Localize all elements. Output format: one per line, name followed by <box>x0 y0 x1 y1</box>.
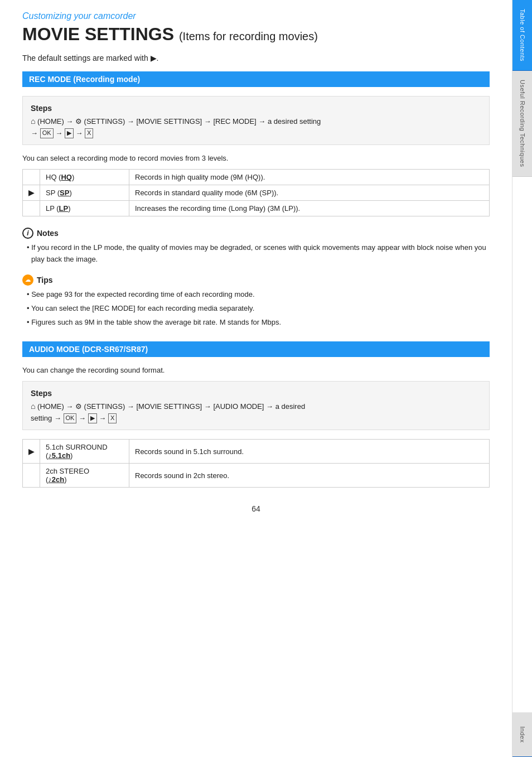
row-marker-1: ▶ <box>23 185 40 201</box>
tips-item-1: You can select the [REC MODE] for each r… <box>27 303 490 315</box>
ok-kbd-2: OK <box>64 413 77 423</box>
tips-label: Tips <box>37 276 53 285</box>
x-kbd-2: X <box>108 413 117 423</box>
rec-mode-steps-text: ⌂ (HOME) → ⚙ (SETTINGS) → [MOVIE SETTING… <box>31 115 481 139</box>
row-desc-0: Records in high quality mode (9M (HQ)). <box>129 170 490 185</box>
table-row: 2ch STEREO(♪2ch) Records sound in 2ch st… <box>23 464 490 488</box>
tab-useful-recording[interactable]: Useful Recording Techniques <box>512 71 532 176</box>
surround-bold: ♪5.1ch <box>48 451 70 460</box>
steps-label-2: Steps <box>31 387 481 399</box>
row-desc-2: Increases the recording time (Long Play)… <box>129 201 490 216</box>
tab-toc-label: Table of Contents <box>519 9 526 61</box>
table-row: ▶ SP (SP) Records in standard quality mo… <box>23 185 490 201</box>
rec-mode-header: REC MODE (Recording mode) <box>22 71 490 87</box>
tab-index-label: Index <box>519 726 526 742</box>
audio-row-name-1: 2ch STEREO(♪2ch) <box>40 464 129 488</box>
italic-title: Customizing your camcorder <box>22 11 490 21</box>
table-row: HQ (HQ) Records in high quality mode (9M… <box>23 170 490 185</box>
row-marker-2 <box>23 201 40 216</box>
tab-table-of-contents[interactable]: Table of Contents <box>512 0 532 71</box>
steps-label-1: Steps <box>31 102 481 114</box>
audio-mode-steps-text: ⌂ (HOME) → ⚙ (SETTINGS) → [MOVIE SETTING… <box>31 400 481 425</box>
ok-kbd-1: OK <box>40 128 54 138</box>
audio-row-desc-0: Records sound in 5.1ch surround. <box>129 440 490 464</box>
settings-icon-2: ⚙ <box>75 401 82 413</box>
tips-item-0: See page 93 for the expected recording t… <box>27 289 490 301</box>
audio-mode-intro: You can change the recording sound forma… <box>22 366 490 374</box>
audio-row-marker-0: ▶ <box>23 440 40 464</box>
row-name-1: SP (SP) <box>40 185 129 201</box>
rec-mode-intro: You can select a recording mode to recor… <box>22 154 490 162</box>
notes-label: Notes <box>37 229 59 238</box>
table-row: ▶ 5.1ch SURROUND(♪5.1ch) Records sound i… <box>23 440 490 464</box>
tab-recording-label: Useful Recording Techniques <box>519 80 526 167</box>
notes-item-0: If you record in the LP mode, the qualit… <box>27 242 490 266</box>
audio-mode-steps-box: Steps ⌂ (HOME) → ⚙ (SETTINGS) → [MOVIE S… <box>22 381 490 430</box>
audio-row-name-0: 5.1ch SURROUND(♪5.1ch) <box>40 440 129 464</box>
notes-icon: i <box>22 228 33 239</box>
audio-row-marker-1 <box>23 464 40 488</box>
main-title: MOVIE SETTINGS (Items for recording movi… <box>22 23 490 45</box>
notes-list: If you record in the LP mode, the qualit… <box>22 242 490 266</box>
hq-bold: HQ <box>61 173 72 181</box>
row-desc-1: Records in standard quality mode (6M (SP… <box>129 185 490 201</box>
row-marker-0 <box>23 170 40 185</box>
audio-mode-table: ▶ 5.1ch SURROUND(♪5.1ch) Records sound i… <box>22 439 490 488</box>
main-subtitle: (Items for recording movies) <box>179 30 318 42</box>
main-content: Customizing your camcorder MOVIE SETTING… <box>0 0 512 757</box>
audio-mode-header: AUDIO MODE (DCR-SR67/SR87) <box>22 341 490 357</box>
tab-index[interactable]: Index <box>512 712 532 757</box>
rec-mode-table: HQ (HQ) Records in high quality mode (9M… <box>22 169 490 216</box>
prev-kbd-1: ▶ <box>65 128 74 138</box>
x-kbd-1: X <box>85 128 93 138</box>
default-note: The default settings are marked with ▶. <box>22 54 490 62</box>
audio-row-desc-1: Records sound in 2ch stereo. <box>129 464 490 488</box>
notes-section: i Notes If you record in the LP mode, th… <box>22 228 490 266</box>
prev-kbd-2: ▶ <box>88 413 97 423</box>
lp-bold: LP <box>59 204 69 213</box>
row-name-2: LP (LP) <box>40 201 129 216</box>
row-name-0: HQ (HQ) <box>40 170 129 185</box>
tips-item-2: Figures such as 9M in the table show the… <box>27 317 490 329</box>
right-tabs: Table of Contents Useful Recording Techn… <box>512 0 532 757</box>
tips-list: See page 93 for the expected recording t… <box>22 289 490 328</box>
notes-header: i Notes <box>22 228 490 239</box>
tips-section: ☁ Tips See page 93 for the expected reco… <box>22 274 490 328</box>
home-icon-1: ⌂ <box>31 115 35 127</box>
page-number: 64 <box>22 504 490 513</box>
tips-icon: ☁ <box>22 274 33 286</box>
sp-bold: SP <box>60 189 69 197</box>
rec-mode-steps-box: Steps ⌂ (HOME) → ⚙ (SETTINGS) → [MOVIE S… <box>22 96 490 145</box>
main-title-text: MOVIE SETTINGS <box>22 24 174 44</box>
stereo-bold: ♪2ch <box>48 475 64 484</box>
tips-header: ☁ Tips <box>22 274 490 286</box>
table-row: LP (LP) Increases the recording time (Lo… <box>23 201 490 216</box>
settings-icon-1: ⚙ <box>75 116 82 128</box>
home-icon-2: ⌂ <box>31 400 35 412</box>
